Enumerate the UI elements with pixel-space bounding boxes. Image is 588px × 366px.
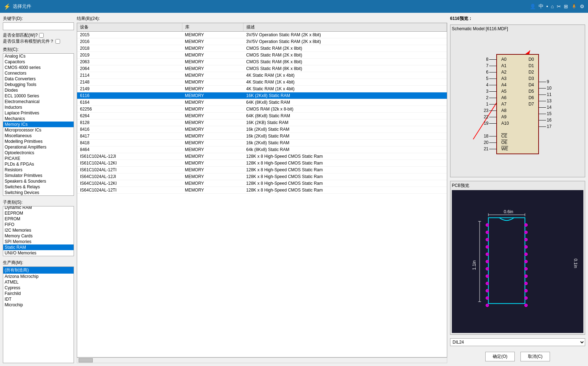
- category-item[interactable]: Resistors: [3, 167, 74, 173]
- manufacturer-item[interactable]: Arizona Microchip: [3, 274, 74, 279]
- grid-icon[interactable]: ⊞: [564, 4, 568, 9]
- category-item[interactable]: PLDs & FPGAs: [3, 161, 74, 167]
- subcategory-item[interactable]: FIFO: [3, 222, 74, 227]
- home-icon[interactable]: ⌂: [551, 4, 554, 9]
- keyword-input[interactable]: [3, 22, 74, 30]
- subcategory-item[interactable]: Dynamic RAM: [3, 206, 74, 210]
- subcategory-item[interactable]: EPROM: [3, 216, 74, 222]
- category-item[interactable]: Thermionic Valves: [3, 195, 74, 196]
- category-item[interactable]: Simulator Primitives: [3, 173, 74, 178]
- table-row[interactable]: 2063MEMORYCMOS Static RAM (8K x 8bit): [77, 59, 447, 65]
- table-row[interactable]: 8417MEMORY16k (2Kx8) Static RAM: [77, 133, 447, 140]
- category-item[interactable]: Optoelectronics: [3, 150, 74, 156]
- cell-device: 2015: [77, 32, 182, 38]
- category-list[interactable]: (全部类别)Analog ICsCapacitorsCMOS 4000 seri…: [3, 53, 74, 196]
- zhong-icon[interactable]: 中: [539, 3, 544, 10]
- table-row[interactable]: 2015MEMORY3V/5V Operation Static RAM (2K…: [77, 32, 447, 38]
- cancel-button[interactable]: 取消(C): [520, 352, 550, 361]
- cell-library: MEMORY: [182, 167, 243, 173]
- category-item[interactable]: Memory ICs: [3, 122, 74, 127]
- results-table-container[interactable]: 设备 库 描述 2015MEMORY3V/5V Operation Static…: [77, 23, 447, 357]
- category-item[interactable]: ECL 10000 Series: [3, 93, 74, 99]
- cell-device: 8418: [77, 140, 182, 146]
- cell-library: MEMORY: [182, 59, 243, 65]
- table-row[interactable]: 8464MEMORY64k (8Kx8) Static RAM: [77, 146, 447, 153]
- subcategory-label: 子类别(S):: [3, 199, 74, 205]
- category-item[interactable]: Switches & Relays: [3, 184, 74, 190]
- subcategory-list[interactable]: (全部子类别)Dynamic RAMEEPROMEPROMFIFOI2C Mem…: [3, 206, 74, 256]
- category-item[interactable]: PICAXE: [3, 156, 74, 161]
- category-item[interactable]: Debugging Tools: [3, 82, 74, 87]
- table-row[interactable]: 2064MEMORYCMOS Static RAM (8K x 8bit): [77, 65, 447, 72]
- category-item[interactable]: Microprocessor ICs: [3, 127, 74, 133]
- cell-device: 6116: [77, 92, 182, 99]
- category-item[interactable]: CMOS 4000 series: [3, 65, 74, 70]
- package-select[interactable]: DIL24: [450, 338, 585, 346]
- category-item[interactable]: Inductors: [3, 104, 74, 110]
- category-item[interactable]: Speakers & Sounders: [3, 178, 74, 184]
- manufacturer-item[interactable]: (所有制造商): [3, 267, 74, 274]
- category-item[interactable]: Electromechanical: [3, 99, 74, 104]
- subcategory-item[interactable]: UNI/O Memories: [3, 250, 74, 256]
- table-row[interactable]: 6164MEMORY64K (8Kx8) Static RAM: [77, 99, 447, 106]
- category-item[interactable]: Operational Amplifiers: [3, 144, 74, 150]
- subcategory-item[interactable]: Memory Cards: [3, 233, 74, 239]
- svg-point-14: [486, 231, 489, 234]
- subcategory-item[interactable]: Static RAM: [3, 244, 74, 250]
- category-item[interactable]: Connectors: [3, 70, 74, 76]
- col-description: 描述: [244, 23, 447, 32]
- category-item[interactable]: Diodes: [3, 87, 74, 93]
- horizontal-scrollbar[interactable]: [77, 357, 447, 363]
- dot-icon[interactable]: •: [546, 4, 548, 9]
- subcategory-item[interactable]: I2C Memories: [3, 227, 74, 233]
- cell-device: 2114: [77, 72, 182, 79]
- category-item[interactable]: Mechanics: [3, 116, 74, 122]
- user-icon[interactable]: 👤: [530, 4, 536, 9]
- results-label: 结果(B)(24):: [77, 16, 447, 22]
- manufacturer-label: 生产商(M):: [3, 260, 74, 266]
- table-row[interactable]: 2149MEMORY4K Static RAM (1K x 4bit): [77, 86, 447, 92]
- table-row[interactable]: IS64C1024AL-12TIMEMORY128K x 8 High-Spee…: [77, 187, 447, 194]
- category-item[interactable]: Laplace Primitives: [3, 110, 74, 116]
- table-row[interactable]: 2019MEMORYCMOS Static RAM (2K x 8bit): [77, 52, 447, 59]
- table-row[interactable]: 8416MEMORY16k (2Kx8) Static RAM: [77, 126, 447, 133]
- gear-icon[interactable]: ⚙: [580, 4, 584, 9]
- results-section: 结果(B)(24): 设备 库 描述 2015MEMORY3V/5V Opera…: [77, 16, 447, 363]
- subcategory-item[interactable]: SPI Memories: [3, 239, 74, 244]
- manufacturer-item[interactable]: ATMEL: [3, 279, 74, 285]
- ok-button[interactable]: 确定(O): [485, 352, 515, 361]
- table-row[interactable]: IS61C1024AL-12KIMEMORY128K x 8 High-Spee…: [77, 160, 447, 167]
- category-item[interactable]: Switching Devices: [3, 190, 74, 195]
- table-row[interactable]: 2018MEMORYCMOS Static RAM (2K x 8bit): [77, 45, 447, 52]
- svg-point-20: [486, 275, 489, 278]
- category-item[interactable]: Capacitors: [3, 59, 74, 65]
- table-row[interactable]: 2148MEMORY4K Static RAM (1K x 4bit): [77, 79, 447, 86]
- category-item[interactable]: Miscellaneous: [3, 133, 74, 139]
- svg-point-22: [486, 289, 489, 292]
- table-row[interactable]: 2114MEMORY4K Static RAM (1K x 4bit): [77, 72, 447, 79]
- table-row[interactable]: 62256MEMORYCMOS RAM (32k x 8-bit): [77, 106, 447, 113]
- table-row[interactable]: IS61C1024AL-12JIMEMORY128K x 8 High-Spee…: [77, 153, 447, 160]
- table-row[interactable]: IS64C1024AL-12JIMEMORY128K x 8 High-Spee…: [77, 173, 447, 180]
- category-item[interactable]: Modelling Primitives: [3, 139, 74, 144]
- manufacturer-item[interactable]: Microchip: [3, 302, 74, 308]
- table-row[interactable]: 6116MEMORY16K (2Kx8) Static RAM: [77, 92, 447, 99]
- show-model-checkbox[interactable]: [55, 39, 60, 44]
- match-all-checkbox[interactable]: [39, 33, 44, 38]
- category-item[interactable]: Analog ICs: [3, 53, 74, 59]
- manufacturer-item[interactable]: Cypress: [3, 285, 74, 291]
- right-panel: 6116预览： Schematic Model [6116.MDF]: [450, 16, 585, 363]
- manufacturer-item[interactable]: Fairchild: [3, 291, 74, 296]
- table-row[interactable]: 6264MEMORY64K (8Kx8) Static RAM: [77, 113, 447, 119]
- table-row[interactable]: 8128MEMORY16K (2KB) Static RAM: [77, 119, 447, 126]
- person-icon[interactable]: 🧍: [571, 4, 577, 9]
- scissors-icon[interactable]: ✂: [557, 4, 561, 9]
- table-row[interactable]: 2016MEMORY3V/5V Operation Static RAM (2K…: [77, 38, 447, 45]
- table-row[interactable]: 8418MEMORY16k (2Kx8) Static RAM: [77, 140, 447, 146]
- category-item[interactable]: Data Converters: [3, 76, 74, 82]
- manufacturer-item[interactable]: IDT: [3, 296, 74, 302]
- subcategory-item[interactable]: EEPROM: [3, 210, 74, 216]
- table-row[interactable]: IS64C1024AL-12KIMEMORY128K x 8 High-Spee…: [77, 180, 447, 187]
- table-row[interactable]: IS61C1024AL-12TIMEMORY128K x 8 High-Spee…: [77, 167, 447, 173]
- manufacturer-list[interactable]: (所有制造商)Arizona MicrochipATMELCypressFair…: [3, 267, 74, 363]
